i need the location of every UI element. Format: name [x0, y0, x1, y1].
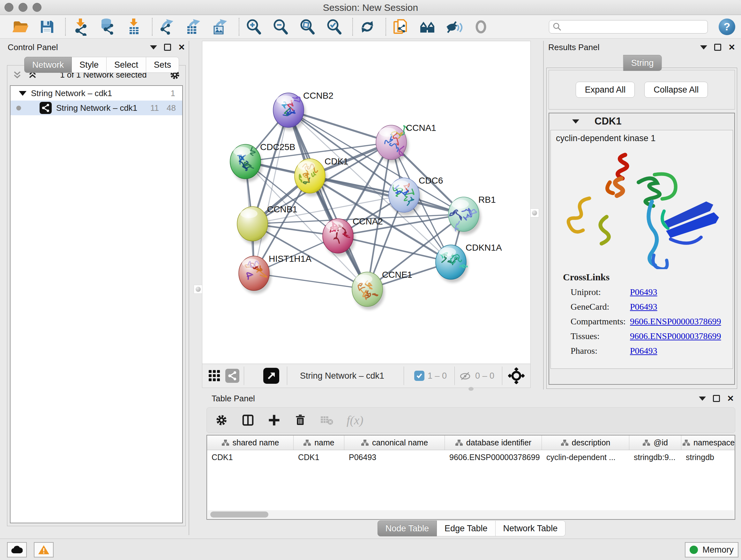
expand-all-button[interactable]: Expand All: [576, 82, 635, 98]
import-table-file-button[interactable]: [125, 17, 143, 37]
gene-card-header[interactable]: CDK1: [549, 113, 734, 129]
network-type-badge-icon[interactable]: [225, 369, 239, 383]
tab-node-table[interactable]: Node Table: [378, 520, 437, 537]
float-panel-icon[interactable]: [700, 45, 707, 50]
crosslink-link[interactable]: 9606.ENSP00000378699: [630, 316, 721, 327]
birds-eye-view-icon[interactable]: [508, 368, 525, 384]
show-all-button[interactable]: [472, 17, 490, 37]
import-network-database-button[interactable]: [98, 17, 116, 37]
scrollbar-thumb[interactable]: [210, 511, 268, 517]
toolbar-separator: [352, 18, 353, 36]
tab-style[interactable]: Style: [72, 57, 107, 73]
grid-view-icon[interactable]: [208, 369, 221, 382]
column-type-icon: [643, 439, 650, 446]
collapse-arrow-icon[interactable]: [19, 91, 26, 96]
network-node-CDC6[interactable]: CDC6: [389, 176, 443, 215]
network-canvas[interactable]: CCNB2CCNA1CDC25BCDK1CDC6RB1CCNB1CCNA2CDK…: [202, 41, 530, 364]
toolbar-separator: [386, 18, 386, 36]
delete-column-trash-icon[interactable]: [293, 414, 307, 427]
network-node-RB1[interactable]: RB1: [448, 195, 495, 235]
table-cell[interactable]: P06493: [344, 450, 445, 464]
zoom-fit-icon: [298, 18, 316, 36]
column-header-shared-name[interactable]: shared name: [207, 435, 293, 450]
left-splitter-handle[interactable]: [194, 285, 203, 294]
crosslink-link[interactable]: P06493: [630, 302, 657, 312]
cloud-button[interactable]: [7, 542, 27, 557]
show-columns-icon[interactable]: [241, 414, 255, 427]
selected-node-edge-count: 1 – 0: [428, 371, 447, 381]
table-settings-gear-icon[interactable]: [214, 413, 228, 427]
zoom-out-button[interactable]: [271, 17, 290, 37]
column-header-database-identifier[interactable]: database identifier: [445, 435, 542, 450]
collapse-all-button[interactable]: Collapse All: [644, 82, 708, 98]
crosslink-label: Pharos:: [570, 346, 630, 356]
tab-edge-table[interactable]: Edge Table: [437, 520, 495, 537]
new-network-from-selection-button[interactable]: [391, 17, 410, 37]
crosslink-link[interactable]: P06493: [630, 346, 657, 356]
open-in-window-icon[interactable]: [263, 368, 279, 384]
close-panel-icon[interactable]: ✕: [178, 43, 185, 51]
titlebar: Session: New Session: [0, 0, 741, 15]
tab-select[interactable]: Select: [107, 57, 146, 73]
network-node-CDK1[interactable]: CDK1: [294, 157, 348, 196]
right-splitter-handle[interactable]: [530, 208, 539, 217]
gene-description: cyclin-dependent kinase 1: [556, 133, 733, 143]
close-panel-icon[interactable]: ✕: [727, 394, 734, 402]
table-cell[interactable]: 9606.ENSP00000378699: [445, 450, 542, 464]
export-network-button[interactable]: [158, 17, 176, 37]
maximize-panel-icon[interactable]: [164, 44, 171, 51]
tab-string[interactable]: String: [623, 55, 662, 71]
cloud-icon: [11, 546, 23, 554]
import-network-icon: [71, 18, 89, 36]
save-session-button[interactable]: [38, 17, 56, 37]
network-row[interactable]: String Network – cdk1 11 48: [10, 101, 182, 115]
zoom-in-button[interactable]: [245, 17, 263, 37]
open-session-button[interactable]: [11, 17, 29, 37]
help-button[interactable]: ?: [719, 18, 735, 35]
table-cell[interactable]: cyclin-dependent ...: [542, 450, 629, 464]
crosslink-link[interactable]: P06493: [630, 287, 657, 297]
table-row[interactable]: CDK1CDK1P064939606.ENSP00000378699cyclin…: [207, 450, 735, 464]
table-cell[interactable]: CDK1: [207, 450, 293, 464]
crosslink-link[interactable]: 9606.ENSP00000378699: [630, 331, 721, 341]
maximize-panel-icon[interactable]: [713, 395, 720, 402]
column-header-namespace[interactable]: namespace: [681, 435, 735, 450]
first-neighbors-button[interactable]: [418, 17, 436, 37]
add-column-icon[interactable]: [267, 414, 281, 427]
warnings-button[interactable]: [34, 542, 54, 557]
column-header-description[interactable]: description: [542, 435, 629, 450]
network-node-CCNB1[interactable]: CCNB1: [237, 204, 297, 244]
import-network-file-button[interactable]: [71, 17, 89, 37]
table-cell[interactable]: CDK1: [293, 450, 344, 464]
toolbar-search[interactable]: [549, 20, 708, 34]
column-header-canonical-name[interactable]: canonical name: [344, 435, 445, 450]
export-table-button[interactable]: [185, 17, 203, 37]
maximize-panel-icon[interactable]: [714, 44, 721, 51]
window-title: Session: New Session: [0, 2, 741, 13]
horizontal-scrollbar[interactable]: [208, 510, 734, 519]
column-header-name[interactable]: name: [293, 435, 344, 450]
column-header--id[interactable]: @id: [629, 435, 681, 450]
collapse-arrow-icon[interactable]: [572, 119, 579, 124]
apply-layout-button[interactable]: [358, 17, 377, 37]
memory-button[interactable]: Memory: [685, 542, 738, 557]
table-cell[interactable]: stringdb:9...: [629, 450, 681, 464]
tab-sets[interactable]: Sets: [146, 57, 179, 73]
zoom-selected-button[interactable]: [325, 17, 343, 37]
network-node-HIST1H1A[interactable]: HIST1H1A: [239, 254, 312, 294]
tab-network[interactable]: Network: [24, 57, 72, 73]
network-node-CCNE1[interactable]: CCNE1: [352, 270, 412, 310]
close-panel-icon[interactable]: ✕: [728, 43, 735, 51]
tab-network-table[interactable]: Network Table: [495, 520, 566, 537]
network-collection-row[interactable]: String Network – cdk1 1: [10, 86, 182, 101]
collapse-all-icon[interactable]: [12, 69, 23, 80]
network-node-CDKN1A[interactable]: CDKN1A: [435, 243, 502, 283]
selected-checkbox-icon[interactable]: [414, 371, 424, 381]
float-panel-icon[interactable]: [699, 396, 706, 401]
zoom-fit-button[interactable]: [298, 17, 317, 37]
search-input[interactable]: [564, 22, 704, 32]
hide-selected-button[interactable]: [445, 17, 463, 37]
float-panel-icon[interactable]: [150, 45, 157, 50]
export-image-button[interactable]: [211, 17, 230, 37]
table-cell[interactable]: stringdb: [681, 450, 735, 464]
